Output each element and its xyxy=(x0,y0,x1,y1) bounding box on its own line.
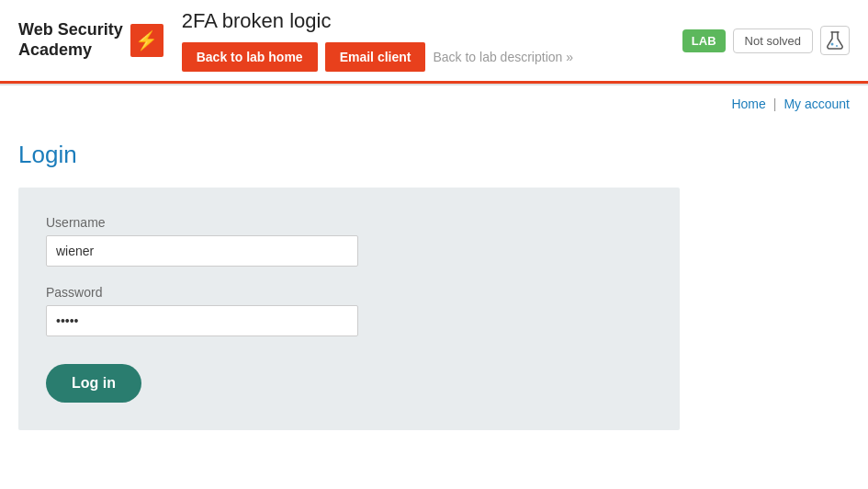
nav-bar: Home | My account xyxy=(0,85,868,122)
login-button[interactable]: Log in xyxy=(46,364,141,403)
lab-badge: LAB xyxy=(682,29,726,52)
email-client-button[interactable]: Email client xyxy=(325,42,426,72)
lab-badge-container: LAB Not solved xyxy=(682,26,850,55)
svg-point-2 xyxy=(836,45,838,47)
logo-icon: ⚡ xyxy=(130,24,163,57)
home-link[interactable]: Home xyxy=(731,97,765,111)
not-solved-badge: Not solved xyxy=(733,28,813,53)
header-buttons: Back to lab home Email client Back to la… xyxy=(182,42,682,72)
username-label: Username xyxy=(46,215,652,230)
header: Web Security Academy ⚡ 2FA broken logic … xyxy=(0,0,868,84)
password-input[interactable] xyxy=(46,305,358,336)
username-group: Username xyxy=(46,215,652,267)
login-form-container: Username Password Log in xyxy=(18,188,680,430)
username-input[interactable] xyxy=(46,235,358,267)
logo-container: Web Security Academy ⚡ xyxy=(18,20,163,60)
logo-text: Web Security Academy xyxy=(18,20,123,60)
back-to-description-link[interactable]: Back to lab description » xyxy=(433,50,573,64)
page-title: Login xyxy=(18,141,850,169)
password-label: Password xyxy=(46,285,652,300)
my-account-link[interactable]: My account xyxy=(783,97,850,111)
password-group: Password xyxy=(46,285,652,336)
header-center: 2FA broken logic Back to lab home Email … xyxy=(182,9,682,72)
flask-icon[interactable] xyxy=(820,26,850,55)
lab-title: 2FA broken logic xyxy=(182,9,682,33)
svg-point-1 xyxy=(831,43,834,46)
back-to-lab-button[interactable]: Back to lab home xyxy=(182,42,318,72)
nav-separator: | xyxy=(773,97,777,111)
main-content: Login Username Password Log in xyxy=(0,122,868,449)
